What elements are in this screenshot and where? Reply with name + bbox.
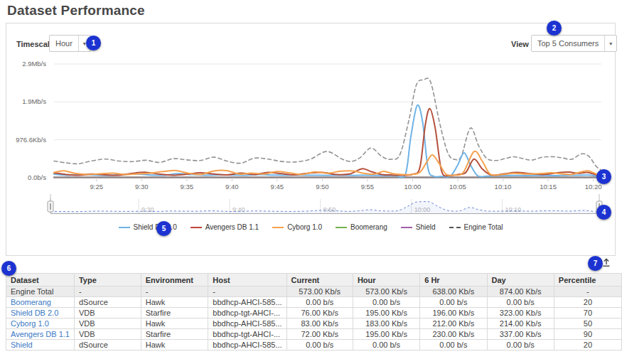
table-row: Shield DB 2.0VDBStarfirebbdhcp-tgt-AHCI-…: [6, 308, 622, 318]
y-tick-label: 2.9Mb/s: [22, 60, 46, 68]
cell-host: bbdhcp-AHCI-585...: [208, 297, 286, 308]
cell-current: 573.00 Kb/s: [286, 287, 353, 297]
x-tick-label: 10:00: [404, 183, 422, 191]
cell-host: bbdhcp-tgt-AHCI-...: [208, 329, 286, 340]
cell-day: 323.00 Kb/s: [487, 308, 554, 318]
cell-host: -: [208, 287, 286, 297]
table-header-row: DatasetTypeEnvironmentHostCurrentHour6 H…: [6, 274, 622, 287]
legend-swatch-line: [449, 227, 461, 228]
cell-day: 214.00 Kb/s: [487, 318, 554, 329]
cell-dataset: Shield DB 2.0: [6, 308, 75, 318]
dataset-link[interactable]: Shield DB 2.0: [11, 309, 58, 317]
x-tick-label: 9:50: [316, 183, 329, 191]
table-row: Avengers DB 1.1VDBStarfirebbdhcp-tgt-AHC…: [6, 329, 622, 340]
series-avengers-db-1-1-line[interactable]: [54, 109, 601, 177]
dataset-table: DatasetTypeEnvironmentHostCurrentHour6 H…: [6, 273, 622, 350]
cell-type: -: [74, 287, 141, 297]
cell-dataset: Engine Total: [6, 287, 75, 297]
col-header-environment: Environment: [141, 274, 208, 287]
x-tick-label: 10:10: [495, 183, 512, 191]
cell-percentile: -: [554, 287, 621, 297]
col-header-current: Current: [286, 274, 353, 287]
cell-dataset: Boomerang: [6, 297, 75, 308]
cell-dataset: Avengers DB 1.1: [6, 329, 75, 340]
legend-item[interactable]: Cyborg 1.0: [272, 223, 322, 231]
dataset-link[interactable]: Shield: [11, 341, 33, 349]
cell-host: bbdhcp-tgt-AHCI-...: [208, 308, 286, 318]
cell-hour: 573.00 Kb/s: [353, 287, 419, 297]
callout-2: 2: [547, 21, 562, 36]
col-header-day: Day: [487, 274, 554, 287]
cell-percentile: 70: [554, 308, 621, 318]
y-tick-label: 0.0b/s: [28, 173, 46, 181]
legend-swatch-line: [191, 227, 202, 228]
chart-panel: Timescale Hour ▾ View Top 5 Consumers ▾ …: [6, 23, 616, 256]
performance-chart: 0.0b/s976.6Kb/s1.9Mb/s2.9Mb/s9:259:309:3…: [6, 23, 615, 221]
cell-hour: 0.00 b/s: [353, 297, 419, 308]
callout-4: 4: [596, 205, 611, 220]
cell-environment: Starfire: [141, 308, 208, 318]
legend-label: Avengers DB 1.1: [205, 223, 259, 231]
cell-six_hr: 212.00 Kb/s: [420, 318, 487, 329]
cell-six_hr: 230.00 Kb/s: [420, 329, 487, 340]
col-header-hour: Hour: [353, 274, 419, 287]
dataset-link[interactable]: Boomerang: [11, 298, 51, 306]
legend-item[interactable]: Engine Total: [449, 223, 503, 231]
y-tick-label: 1.9Mb/s: [22, 97, 46, 105]
cell-environment: Hawk: [141, 318, 208, 329]
cell-current: 76.00 Kb/s: [286, 308, 353, 318]
cell-dataset: Shield: [6, 340, 75, 350]
cell-host: bbdhcp-AHCI-585...: [208, 318, 286, 329]
cell-six_hr: 0.00 b/s: [420, 340, 487, 350]
legend-swatch-line: [272, 227, 284, 228]
cell-percentile: 20: [554, 297, 621, 308]
legend-swatch-line: [401, 227, 412, 228]
callout-1: 1: [86, 36, 101, 50]
series-shield-db-2-0-line[interactable]: [54, 105, 601, 178]
cell-six_hr: 196.00 Kb/s: [420, 308, 487, 318]
col-header-dataset: Dataset: [6, 274, 75, 287]
callout-5: 5: [156, 221, 171, 236]
chart-legend: Shield DB 2.0Avengers DB 1.1Cyborg 1.0Bo…: [6, 223, 615, 231]
callout-3: 3: [596, 169, 611, 184]
table-row: ShielddSourceHawkbbdhcp-AHCI-585...0.00 …: [6, 340, 622, 350]
cell-type: VDB: [74, 329, 141, 340]
legend-label: Cyborg 1.0: [287, 223, 322, 231]
cell-percentile: 90: [554, 329, 621, 340]
legend-item[interactable]: Boomerang: [336, 223, 387, 231]
dataset-link[interactable]: Cyborg 1.0: [11, 319, 49, 328]
callout-6: 6: [1, 261, 16, 276]
cell-environment: Hawk: [141, 297, 208, 308]
series-engine-total-line[interactable]: [54, 78, 601, 170]
legend-item[interactable]: Shield: [401, 223, 436, 231]
x-tick-label: 9:55: [361, 183, 375, 191]
page-title: Dataset Performance: [7, 3, 145, 18]
cell-current: 0.00 b/s: [286, 297, 353, 308]
dataset-link[interactable]: Avengers DB 1.1: [11, 330, 70, 338]
cell-six_hr: 638.00 Kb/s: [420, 287, 487, 297]
table-row: BoomerangdSourceHawkbbdhcp-AHCI-585...0.…: [6, 297, 622, 308]
x-tick-label: 9:40: [225, 183, 239, 191]
legend-label: Shield: [416, 223, 436, 231]
table-total-row: Engine Total---573.00 Kb/s573.00 Kb/s638…: [6, 287, 622, 297]
cell-current: 83.00 Kb/s: [286, 318, 353, 329]
cell-day: 337.00 Kb/s: [487, 329, 554, 340]
x-tick-label: 10:15: [540, 183, 557, 191]
x-tick-label: 10:05: [449, 183, 466, 191]
cell-environment: Starfire: [141, 329, 208, 340]
x-tick-label: 9:35: [181, 183, 194, 191]
x-tick-label: 9:30: [135, 183, 149, 191]
cell-hour: 0.00 b/s: [353, 340, 419, 350]
cell-type: VDB: [74, 318, 141, 329]
legend-label: Boomerang: [350, 223, 387, 231]
cell-day: 0.00 b/s: [487, 340, 554, 350]
cell-type: VDB: [74, 308, 141, 318]
cell-percentile: 20: [554, 340, 621, 350]
legend-swatch-line: [336, 227, 347, 228]
y-tick-label: 976.6Kb/s: [16, 136, 46, 144]
cell-percentile: 50: [554, 318, 621, 329]
cell-current: 0.00 b/s: [286, 340, 353, 350]
cell-type: dSource: [74, 297, 141, 308]
legend-item[interactable]: Avengers DB 1.1: [191, 223, 259, 231]
cell-day: 874.00 Kb/s: [487, 287, 554, 297]
